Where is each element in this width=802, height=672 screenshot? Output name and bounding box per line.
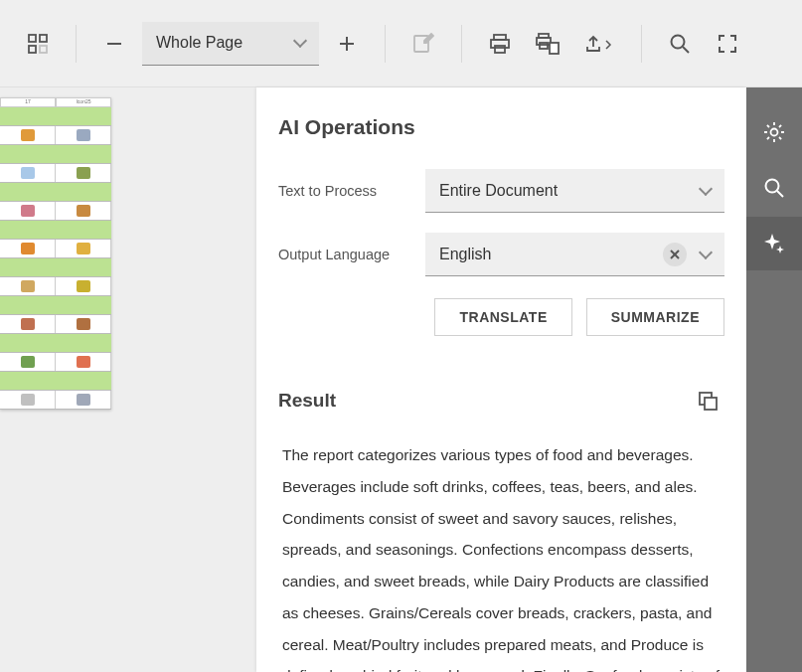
print-icon — [489, 33, 511, 55]
toolbar-divider — [76, 25, 77, 63]
settings-rail-button[interactable] — [746, 105, 802, 159]
toolbar: Whole Page — [0, 0, 802, 87]
svg-rect-12 — [537, 38, 551, 45]
plus-icon — [337, 34, 357, 54]
text-to-process-row: Text to Process Entire Document — [256, 159, 746, 223]
thumb-header-cell: 17 — [0, 97, 56, 107]
search-rail-button[interactable] — [746, 161, 802, 215]
action-buttons: TRANSLATE SUMMARIZE — [256, 286, 746, 360]
print-page-icon — [536, 33, 560, 55]
result-text: The report categorizes various types of … — [256, 435, 746, 672]
result-header: Result — [256, 360, 746, 435]
right-rail — [746, 87, 802, 672]
search-icon — [669, 33, 691, 55]
svg-rect-0 — [29, 35, 36, 42]
close-icon — [669, 249, 681, 260]
search-icon — [762, 176, 786, 200]
text-to-process-label: Text to Process — [278, 183, 407, 199]
sparkle-icon — [762, 232, 786, 255]
main: 17 Icon25 AI Operations Text to Process … — [0, 87, 802, 672]
ai-rail-button[interactable] — [746, 217, 802, 270]
chevron-down-icon — [293, 34, 307, 48]
zoom-select-label: Whole Page — [156, 34, 242, 52]
copy-result-button[interactable] — [691, 384, 724, 418]
clear-language-button[interactable] — [663, 243, 687, 266]
svg-point-21 — [771, 129, 778, 136]
text-to-process-select[interactable]: Entire Document — [425, 169, 724, 213]
fullscreen-button[interactable] — [708, 24, 747, 64]
edit-icon — [412, 33, 434, 55]
chevron-down-icon — [699, 245, 713, 258]
output-language-value: English — [439, 246, 491, 263]
result-title: Result — [278, 390, 336, 412]
svg-rect-14 — [550, 43, 559, 54]
export-icon — [584, 33, 614, 55]
summarize-button[interactable]: SUMMARIZE — [586, 298, 724, 336]
output-language-select[interactable]: English — [425, 233, 724, 276]
svg-line-23 — [777, 191, 783, 197]
svg-line-16 — [683, 47, 689, 53]
search-button[interactable] — [660, 24, 700, 64]
toolbar-divider — [461, 25, 462, 63]
toolbar-divider — [641, 25, 642, 63]
fullscreen-icon — [717, 33, 738, 55]
svg-rect-10 — [495, 46, 505, 53]
zoom-select[interactable]: Whole Page — [142, 22, 319, 66]
panel-title: AI Operations — [256, 115, 746, 159]
thumbnails-icon — [27, 33, 49, 55]
svg-rect-2 — [29, 46, 36, 53]
zoom-out-button[interactable] — [94, 24, 134, 64]
thumbnails-button[interactable] — [18, 24, 58, 64]
edit-button[interactable] — [403, 24, 443, 64]
svg-point-22 — [766, 180, 779, 193]
minus-icon — [104, 34, 124, 54]
document-page-thumbnail: 17 Icon25 — [0, 97, 111, 410]
output-language-label: Output Language — [278, 247, 407, 262]
print-button[interactable] — [480, 24, 520, 64]
ai-operations-panel: AI Operations Text to Process Entire Doc… — [256, 87, 746, 672]
export-button[interactable] — [575, 24, 623, 64]
chevron-down-icon — [699, 181, 713, 195]
print-page-button[interactable] — [528, 24, 567, 64]
toolbar-divider — [385, 25, 386, 63]
svg-rect-13 — [540, 43, 548, 49]
svg-rect-20 — [705, 398, 717, 410]
gear-icon — [762, 120, 786, 144]
text-to-process-value: Entire Document — [439, 182, 558, 200]
translate-button[interactable]: TRANSLATE — [434, 298, 571, 336]
thumb-header-cell: Icon25 — [56, 97, 111, 107]
svg-rect-3 — [40, 46, 47, 53]
document-preview[interactable]: 17 Icon25 — [0, 87, 256, 672]
output-language-row: Output Language English — [256, 223, 746, 286]
svg-point-15 — [672, 35, 685, 48]
zoom-in-button[interactable] — [327, 24, 367, 64]
svg-rect-1 — [40, 35, 47, 42]
copy-icon — [697, 390, 719, 412]
